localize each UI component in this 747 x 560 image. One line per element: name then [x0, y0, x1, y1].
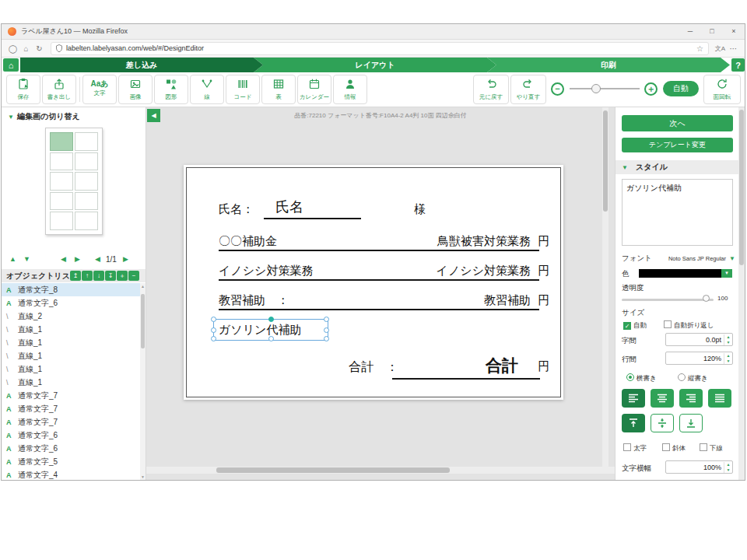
bookmark-star-icon[interactable]: ☆	[696, 44, 703, 53]
zoom-in-button[interactable]: ＋	[644, 82, 658, 96]
object-list-item[interactable]: \直線_1	[2, 349, 140, 362]
object-list-item[interactable]: \直線_1	[2, 362, 140, 376]
save-button[interactable]: 保存	[6, 75, 40, 104]
add-object-button[interactable]: ＋	[117, 271, 128, 281]
align-left-button[interactable]	[622, 389, 645, 408]
row-amount-text[interactable]: イノシシ対策業務	[437, 264, 531, 278]
maximize-button[interactable]: □	[701, 24, 723, 39]
object-list-item[interactable]: \直線_1	[2, 336, 140, 349]
resize-handle-w[interactable]	[211, 327, 216, 333]
label-sheet[interactable]: 氏名： 氏名 様 〇〇補助金 鳥獣被害対策業務 円 イノシシ対策業務 イノシシ対…	[184, 165, 563, 400]
thumbnail-cell[interactable]	[75, 212, 98, 230]
scroll-down-icon[interactable]: ▼	[140, 474, 146, 479]
info-tool-button[interactable]: 情報	[333, 75, 367, 104]
auto-wrap-checkbox[interactable]: 自動折り返し	[664, 320, 714, 331]
object-list-item[interactable]: A通常文字_7	[2, 415, 140, 429]
thumbnail-cell[interactable]	[75, 132, 98, 151]
object-list-scrollbar[interactable]: ▲ ▼	[140, 283, 146, 480]
thumbnail-cell[interactable]	[75, 192, 98, 211]
reload-icon[interactable]: ↻	[33, 44, 46, 53]
color-dropdown-icon[interactable]: ▼	[721, 269, 732, 278]
object-list-item[interactable]: A通常文字_6	[2, 296, 140, 310]
send-backward-button[interactable]: ↓	[93, 271, 104, 281]
row-unit-text[interactable]: 円	[538, 264, 549, 278]
char-spacing-stepper[interactable]: 0.0pt ▲▼	[665, 333, 733, 346]
total-label-text[interactable]: 合計 ：	[349, 359, 398, 376]
translate-icon[interactable]: 文A	[714, 44, 727, 53]
send-to-back-button[interactable]: ↧	[105, 271, 116, 281]
resize-handle-s[interactable]	[268, 336, 274, 341]
row-amount-text[interactable]: 教習補助	[484, 293, 531, 308]
font-select[interactable]: Noto Sans JP Regular	[661, 255, 726, 262]
more-tools-icon[interactable]: ⋯	[727, 44, 740, 53]
export-button[interactable]: 書き出し	[42, 75, 76, 104]
rotate-face-button[interactable]: 面回転	[703, 75, 741, 104]
thumbnail-cell-active[interactable]	[50, 132, 73, 151]
thumbnail-cell[interactable]	[50, 212, 73, 230]
sheet-thumbnail[interactable]	[45, 128, 103, 235]
resize-handle-e[interactable]	[324, 327, 329, 333]
bring-to-front-button[interactable]: ↥	[70, 271, 81, 281]
row-left-text[interactable]: 教習補助 ：	[219, 293, 289, 308]
underline-checkbox[interactable]: 下線	[700, 443, 723, 453]
color-swatch[interactable]	[639, 269, 721, 278]
align-right-button[interactable]	[679, 389, 703, 408]
page-prev-button[interactable]: ◀	[61, 255, 66, 263]
scrollbar-thumb[interactable]	[216, 467, 450, 473]
canvas-horizontal-scrollbar[interactable]	[146, 467, 615, 474]
url-field[interactable]: labelten.labelyasan.com/web/#/DesignEdit…	[51, 42, 709, 55]
opacity-slider-track[interactable]	[622, 299, 714, 301]
row-unit-text[interactable]: 円	[538, 293, 549, 308]
object-list-item[interactable]: A通常文字_7	[2, 402, 140, 415]
image-tool-button[interactable]: 画像	[118, 75, 153, 104]
row-left-text[interactable]: イノシシ対策業務	[219, 264, 313, 278]
bold-checkbox[interactable]: 太字	[623, 443, 647, 453]
object-list-item[interactable]: \直線_2	[2, 310, 140, 323]
table-tool-button[interactable]: 表	[261, 75, 296, 104]
view-switch-header[interactable]: ▼編集画の切り替え	[8, 111, 80, 122]
design-canvas[interactable]: ◀ 品番:72210 フォーマット番号:F10A4-2 A4判 10面 四辺余白…	[146, 107, 615, 480]
resize-handle-sw[interactable]	[211, 336, 216, 341]
resize-handle-se[interactable]	[324, 336, 329, 341]
object-list-item[interactable]: A通常文字_6	[2, 429, 140, 442]
bring-forward-button[interactable]: ↑	[82, 271, 93, 281]
canvas-vertical-scrollbar[interactable]	[602, 107, 608, 467]
tab-sashikomi[interactable]: 差し込み	[20, 58, 263, 72]
object-list-item[interactable]: A通常文字_7	[2, 389, 140, 402]
auto-zoom-button[interactable]: 自動	[663, 81, 699, 96]
page-next-button[interactable]: ▶	[75, 255, 80, 263]
row-left-text[interactable]: 〇〇補助金	[219, 234, 277, 249]
auto-size-checkbox[interactable]: ✓自動	[623, 320, 647, 331]
object-list-item[interactable]: A通常文字_5	[2, 455, 140, 468]
char-width-stepper[interactable]: 100% ▲▼	[665, 460, 733, 474]
scrollbar-thumb[interactable]	[141, 294, 145, 348]
font-dropdown-icon[interactable]: ▼	[729, 255, 735, 262]
vertical-writing-radio[interactable]: 縦書き	[678, 373, 708, 383]
zoom-slider-track[interactable]	[570, 88, 640, 89]
sheet-next-button[interactable]: ▶	[123, 255, 128, 263]
object-list-item[interactable]: A通常文字_8	[2, 283, 140, 296]
thumbnail-cell[interactable]	[50, 172, 73, 191]
resize-handle-ne[interactable]	[324, 317, 329, 322]
opacity-slider-knob[interactable]	[703, 295, 710, 302]
selected-text[interactable]: ガソリン代補助	[219, 323, 301, 338]
tab-layout[interactable]: レイアウト	[254, 58, 496, 72]
thumbnail-cell[interactable]	[50, 152, 73, 171]
minimize-button[interactable]: ─	[679, 24, 701, 39]
redo-button[interactable]: やり直す	[510, 75, 546, 104]
text-preview-box[interactable]: ガソリン代補助	[622, 179, 733, 246]
home-step-button[interactable]: ⌂	[3, 58, 19, 72]
text-tool-button[interactable]: Aaあ 文字	[82, 75, 117, 104]
thumbnail-cell[interactable]	[50, 192, 73, 211]
help-button[interactable]: ?	[731, 58, 745, 72]
object-list-item[interactable]: A通常文字_6	[2, 442, 140, 455]
line-tool-button[interactable]: 線	[190, 75, 224, 104]
selected-text-object[interactable]: ガソリン代補助	[213, 319, 328, 341]
horizontal-writing-radio[interactable]: 横書き	[626, 373, 657, 383]
valign-top-button[interactable]	[622, 414, 645, 432]
name-value-text[interactable]: 氏名	[275, 198, 303, 216]
undo-button[interactable]: 元に戻す	[473, 75, 509, 104]
rotation-handle[interactable]	[268, 317, 274, 322]
site-info-icon[interactable]: ◯	[6, 44, 19, 53]
total-unit-text[interactable]: 円	[538, 359, 549, 374]
